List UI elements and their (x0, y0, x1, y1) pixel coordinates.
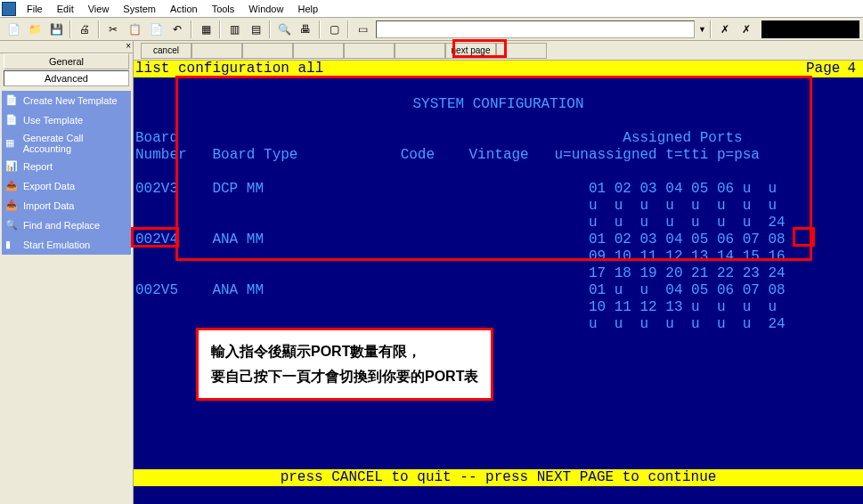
board-row-002v4-b: 09 10 11 12 13 14 15 16 (135, 248, 861, 265)
annotation-line-2: 要自己按下一頁才會切換到你要的PORT表 (211, 364, 478, 389)
annotation-box: 輸入指令後顯示PORT數量有限， 要自己按下一頁才會切換到你要的PORT表 (196, 328, 493, 401)
annotation-line-1: 輸入指令後顯示PORT數量有限， (211, 339, 478, 364)
menu-window[interactable]: Window (241, 2, 290, 16)
terminal-body: SYSTEM CONFIGURATION Board Assigned Port… (134, 77, 863, 335)
sidebar-item-create-template[interactable]: 📄Create New Template (2, 91, 131, 110)
sidebar-tab-advanced[interactable]: Advanced (4, 70, 129, 86)
terminal-title: SYSTEM CONFIGURATION (135, 96, 861, 113)
blank-button-6[interactable] (496, 43, 547, 59)
sidebar: × General Advanced 📄Create New Template … (0, 41, 134, 504)
board-row-002v3-c: u u u u u u u 24 (135, 215, 861, 232)
tool-doc-icon[interactable]: ▭ (353, 20, 372, 39)
tool-form-icon[interactable]: ▤ (246, 20, 265, 39)
main-area: × General Advanced 📄Create New Template … (0, 41, 863, 504)
sidebar-item-find-replace[interactable]: 🔍Find and Replace (2, 215, 131, 235)
board-row-002v3-b: u u u u u u u u (135, 198, 861, 215)
sidebar-item-import[interactable]: 📥Import Data (2, 196, 131, 215)
next-page-button[interactable]: next page (445, 43, 496, 59)
menu-file[interactable]: File (20, 2, 50, 16)
tool-sheet-icon[interactable]: ▢ (324, 20, 344, 39)
tool-new-icon[interactable]: 📄 (4, 20, 23, 39)
separator (98, 20, 100, 38)
app-icon (2, 2, 16, 16)
file-icon: 📄 (5, 94, 18, 107)
separator (69, 20, 71, 38)
page-number: 4 (847, 61, 863, 77)
file-icon: 📄 (5, 114, 18, 126)
sidebar-item-label: Import Data (23, 200, 74, 211)
separator (710, 20, 712, 38)
sidebar-close-icon[interactable]: × (0, 41, 133, 53)
grid-icon: ▦ (5, 137, 18, 150)
board-row-002v5: 002V5 ANA MM 01 u u 04 05 06 07 08 (135, 282, 861, 299)
address-combo[interactable] (376, 20, 695, 38)
sidebar-item-label: Export Data (23, 181, 75, 191)
menu-tools[interactable]: Tools (205, 2, 242, 16)
sidebar-item-generate-call[interactable]: ▦Generate Call Accounting (2, 130, 131, 157)
page-label: Page (806, 61, 847, 77)
menu-system[interactable]: System (116, 2, 163, 16)
board-row-002v4: 002V4 ANA MM 01 02 03 04 05 06 07 08 (135, 232, 861, 248)
table-header-1: Board Assigned Ports (135, 130, 861, 147)
separator (347, 20, 349, 38)
tool-print2-icon[interactable]: 🖶 (296, 20, 315, 39)
board-row-002v3: 002V3 DCP MM 01 02 03 04 05 06 u u (135, 181, 861, 198)
menu-help[interactable]: Help (290, 2, 325, 16)
blank-button-4[interactable] (344, 43, 395, 59)
tool-props-icon[interactable]: ▦ (196, 20, 216, 39)
sidebar-item-use-template[interactable]: 📄Use Template (2, 110, 131, 130)
blank-button-1[interactable] (191, 43, 242, 59)
menu-action[interactable]: Action (163, 2, 205, 16)
table-header-2: Number Board Type Code Vintage u=unassig… (135, 147, 861, 164)
separator (269, 20, 271, 38)
search-icon: 🔍 (5, 219, 18, 232)
terminal: list configuration all Page 4 SYSTEM CON… (134, 61, 863, 504)
sidebar-tab-general[interactable]: General (4, 53, 129, 69)
menu-view[interactable]: View (81, 2, 117, 16)
command-text: list configuration all (135, 61, 323, 77)
status-black (761, 20, 859, 38)
sidebar-item-report[interactable]: 📊Report (2, 157, 131, 176)
tool-delete2-icon[interactable]: ✗ (737, 20, 756, 39)
separator (191, 20, 192, 38)
menu-edit[interactable]: Edit (50, 2, 81, 16)
sidebar-item-label: Use Template (23, 115, 83, 126)
sidebar-item-start-emulation[interactable]: ▮Start Emulation (2, 235, 131, 255)
tool-cut-icon[interactable]: ✂ (103, 20, 123, 39)
tool-copy-icon[interactable]: 📋 (125, 20, 144, 39)
tool-find-icon[interactable]: 🔍 (274, 20, 294, 39)
export-icon: 📤 (5, 180, 18, 192)
menubar: File Edit View System Action Tools Windo… (0, 0, 863, 18)
sidebar-item-label: Find and Replace (23, 220, 100, 231)
sidebar-item-label: Start Emulation (23, 240, 90, 250)
report-icon: 📊 (5, 160, 18, 173)
command-line: list configuration all Page 4 (134, 61, 863, 77)
blank-button-5[interactable] (395, 43, 445, 59)
dropdown-icon[interactable]: ▼ (698, 25, 706, 34)
toolbar: 📄 📁 💾 🖨 ✂ 📋 📄 ↶ ▦ ▥ ▤ 🔍 🖶 ▢ ▭ ▼ ✗ ✗ (0, 18, 863, 41)
tool-print-icon[interactable]: 🖨 (75, 20, 94, 39)
tool-save-icon[interactable]: 💾 (46, 20, 66, 39)
sidebar-item-export[interactable]: 📤Export Data (2, 176, 131, 196)
tool-paste-icon[interactable]: 📄 (146, 20, 166, 39)
tool-grid-icon[interactable]: ▥ (224, 20, 244, 39)
separator (219, 20, 221, 38)
terminal-icon: ▮ (5, 239, 18, 251)
terminal-footer: press CANCEL to quit -- press NEXT PAGE … (134, 469, 863, 486)
blank-button-2[interactable] (242, 43, 293, 59)
tool-delete-icon[interactable]: ✗ (715, 20, 735, 39)
sidebar-item-label: Create New Template (23, 95, 118, 106)
sidebar-item-label: Generate Call Accounting (23, 133, 131, 154)
board-row-002v5-b: 10 11 12 13 u u u u (135, 299, 861, 316)
tool-undo-icon[interactable]: ↶ (167, 20, 187, 39)
content-pane: cancel next page list configuration all … (134, 41, 863, 504)
sidebar-item-label: Report (23, 161, 53, 172)
separator (319, 20, 321, 38)
terminal-button-row: cancel next page (134, 41, 863, 61)
cancel-button[interactable]: cancel (141, 43, 191, 59)
tool-open-icon[interactable]: 📁 (25, 20, 45, 39)
import-icon: 📥 (5, 199, 18, 212)
blank-button-3[interactable] (293, 43, 344, 59)
board-row-002v4-c: 17 18 19 20 21 22 23 24 (135, 265, 861, 282)
